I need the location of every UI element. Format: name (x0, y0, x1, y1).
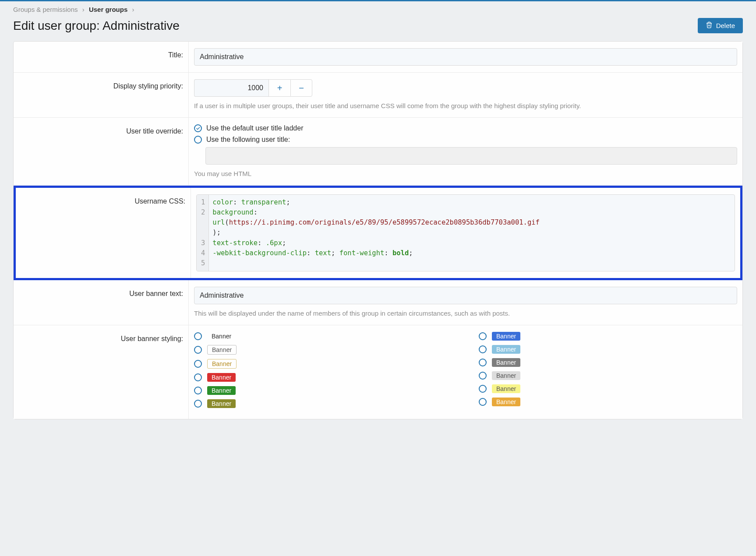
priority-help-text: If a user is in multiple user groups, th… (194, 101, 737, 111)
banner-option-olive[interactable]: Banner (194, 399, 452, 408)
form-panel: Title: Display styling priority: + − If … (13, 41, 743, 419)
banner-option-outline-gold[interactable]: Banner (194, 359, 452, 369)
banner-option-lightblue[interactable]: Banner (479, 345, 737, 354)
banner-tag: Banner (492, 345, 520, 354)
priority-increment-button[interactable]: + (268, 79, 290, 97)
banner-option-red[interactable]: Banner (194, 373, 452, 382)
radio-unchecked-icon (194, 136, 202, 144)
breadcrumb-link-1[interactable]: Groups & permissions (13, 6, 78, 13)
username-css-section: Username CSS: 1 2 3 4 5 color: transpare… (14, 186, 742, 281)
radio-unchecked-icon (479, 398, 487, 406)
banner-tag: Banner (207, 332, 236, 341)
banner-tag: Banner (492, 398, 520, 406)
label-title-override: User title override: (14, 118, 189, 185)
title-input[interactable] (194, 48, 737, 66)
html-note: You may use HTML (194, 169, 737, 179)
label-priority: Display styling priority: (14, 73, 189, 117)
banner-tag: Banner (207, 373, 236, 382)
banner-option-outline-gray[interactable]: Banner (194, 345, 452, 355)
breadcrumb-link-2[interactable]: User groups (89, 6, 127, 13)
banner-tag: Banner (207, 359, 237, 369)
banner-tag: Banner (492, 371, 520, 380)
priority-stepper: + − (194, 79, 737, 97)
code-content[interactable]: color: transparent; background: url(http… (209, 195, 735, 271)
radio-label: Use the default user title ladder (206, 124, 303, 132)
banner-text-input[interactable] (194, 287, 737, 304)
banner-option-plain[interactable]: Banner (194, 332, 452, 341)
title-override-option-custom[interactable]: Use the following user title: (194, 136, 737, 144)
label-banner-text: User banner text: (14, 280, 189, 325)
chevron-right-icon: › (132, 6, 134, 13)
trash-icon (706, 21, 713, 30)
radio-unchecked-icon (194, 360, 202, 368)
banner-tag: Banner (207, 386, 236, 395)
label-username-css: Username CSS: (16, 188, 191, 278)
radio-unchecked-icon (479, 359, 487, 366)
banner-option-gray[interactable]: Banner (479, 358, 737, 367)
delete-button[interactable]: Delete (698, 18, 743, 33)
priority-decrement-button[interactable]: − (290, 79, 312, 97)
code-gutter: 1 2 3 4 5 (197, 195, 209, 271)
radio-unchecked-icon (479, 385, 487, 393)
title-override-option-default[interactable]: Use the default user title ladder (194, 124, 737, 132)
label-banner-styling: User banner styling: (14, 325, 189, 419)
banner-option-orange[interactable]: Banner (479, 398, 737, 406)
breadcrumb: Groups & permissions › User groups › (0, 1, 756, 15)
delete-button-label: Delete (716, 22, 735, 29)
label-title: Title: (14, 42, 189, 72)
banner-tag: Banner (492, 384, 520, 393)
minus-icon: − (299, 83, 304, 93)
banner-option-green[interactable]: Banner (194, 386, 452, 395)
banner-tag: Banner (207, 399, 236, 408)
banner-tag: Banner (492, 358, 520, 367)
radio-checked-icon (194, 124, 202, 132)
radio-unchecked-icon (194, 400, 202, 408)
radio-unchecked-icon (194, 387, 202, 394)
radio-unchecked-icon (479, 345, 487, 353)
banner-option-yellow[interactable]: Banner (479, 384, 737, 393)
page-title: Edit user group: Administrative (13, 19, 180, 33)
banner-tag: Banner (207, 345, 237, 355)
banner-tag: Banner (492, 332, 520, 341)
radio-unchecked-icon (479, 372, 487, 380)
custom-title-input[interactable] (205, 147, 737, 165)
radio-unchecked-icon (194, 373, 202, 381)
banner-option-lightgray[interactable]: Banner (479, 371, 737, 380)
banner-option-blue[interactable]: Banner (479, 332, 737, 341)
radio-unchecked-icon (479, 332, 487, 340)
radio-unchecked-icon (194, 346, 202, 354)
banner-text-help: This will be displayed under the name of… (194, 309, 737, 318)
priority-input[interactable] (194, 79, 268, 97)
radio-unchecked-icon (194, 332, 202, 340)
chevron-right-icon: › (82, 6, 85, 13)
username-css-editor[interactable]: 1 2 3 4 5 color: transparent; background… (196, 194, 735, 272)
plus-icon: + (277, 83, 283, 93)
radio-label: Use the following user title: (206, 136, 290, 144)
